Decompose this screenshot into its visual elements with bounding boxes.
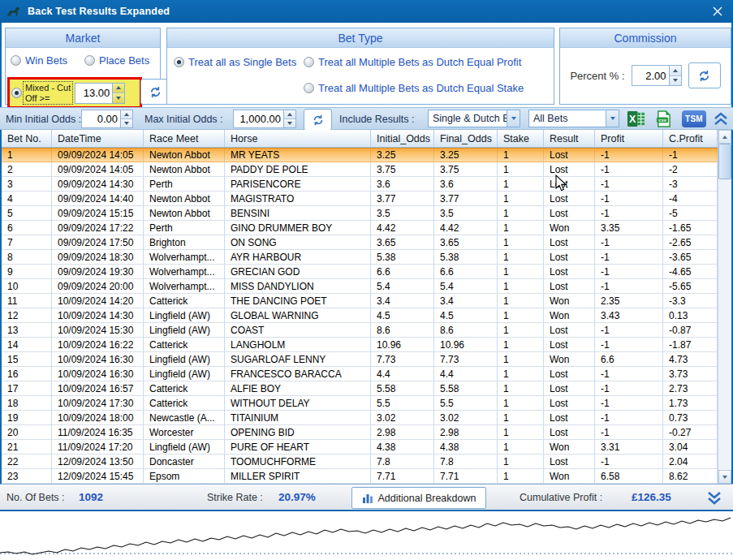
spin-up-button[interactable]: [113, 84, 124, 93]
csv-export-icon[interactable]: csv: [654, 110, 673, 128]
table-row[interactable]: 709/09/2024 17:50BrightonON SONG3.653.65…: [2, 235, 718, 250]
table-row[interactable]: 609/09/2024 17:22PerthGINO DRUMMER BOY4.…: [2, 221, 718, 235]
cell-final-odds: 10.96: [434, 338, 498, 352]
scrollbar-thumb[interactable]: [718, 144, 731, 179]
additional-breakdown-button[interactable]: Additional Breakdown: [351, 487, 486, 509]
column-header-bet-no-[interactable]: Bet No.: [2, 130, 52, 147]
table-row[interactable]: 2011/09/2024 16:35WorcesterOPENING BID2.…: [2, 425, 718, 440]
table-row[interactable]: 809/09/2024 18:30Wolverhampt...AYR HARBO…: [2, 250, 718, 265]
table-row[interactable]: 1009/09/2024 20:00Wolverhampt...MISS DAN…: [2, 279, 718, 294]
cell-c-profit: -5.65: [663, 279, 718, 294]
radio-dutch-equal-stake[interactable]: Treat all Multiple Bets as Dutch Equal S…: [304, 82, 524, 94]
cumulative-profit-label: Cumulative Profit :: [520, 492, 602, 503]
radio-place-bets[interactable]: Place Bets: [84, 54, 149, 67]
tsm-icon[interactable]: TSM: [682, 110, 706, 127]
column-header-datetime[interactable]: DateTime: [52, 130, 144, 147]
cell-result: Lost: [544, 206, 595, 221]
column-header-profit[interactable]: Profit: [595, 130, 663, 147]
min-odds-label: Min Initial Odds :: [6, 114, 81, 125]
market-refresh-button[interactable]: [140, 79, 170, 105]
table-row[interactable]: 409/09/2024 14:40Newton AbbotMAGISTRATO3…: [2, 192, 718, 206]
mixed-cutoff-highlight[interactable]: Mixed - Cut Off >= 13.00: [7, 77, 142, 109]
radio-dutch-equal-profit[interactable]: Treat all Multiple Bets as Dutch Equal P…: [304, 56, 521, 68]
commission-group-title: Commission: [560, 28, 731, 48]
spin-down-button[interactable]: [121, 118, 132, 127]
cell-initial-odds: 5.38: [371, 250, 434, 265]
cell-final-odds: 3.75: [434, 162, 498, 177]
cell-profit: -1: [595, 235, 663, 250]
expand-down-icon[interactable]: [705, 488, 724, 507]
column-header-horse[interactable]: Horse: [225, 130, 371, 147]
cell-bet-no-: 22: [2, 454, 52, 469]
radio-win-bets[interactable]: Win Bets: [11, 54, 67, 67]
filter-refresh-button[interactable]: [304, 109, 332, 131]
spin-down-button[interactable]: [670, 75, 681, 86]
table-row[interactable]: 1510/09/2024 16:30Lingfield (AW)SUGARLOA…: [2, 352, 718, 367]
table-row[interactable]: 1210/09/2024 14:30Lingfield (AW)GLOBAL W…: [2, 308, 718, 323]
cell-stake: 1: [498, 367, 544, 381]
cell-horse: AYR HARBOUR: [225, 250, 371, 265]
spin-up-button[interactable]: [284, 110, 295, 118]
table-row[interactable]: 909/09/2024 19:30Wolverhampt...GRECIAN G…: [2, 265, 718, 279]
radio-single-bets-label: Treat all as Single Bets: [188, 56, 296, 68]
cell-datetime: 10/09/2024 16:57: [52, 381, 144, 396]
table-row[interactable]: 209/09/2024 14:05Newton AbbotPADDY DE PO…: [2, 162, 718, 177]
max-odds-value[interactable]: 1,000.00: [234, 110, 283, 127]
min-odds-spinner[interactable]: 0.00: [81, 110, 133, 128]
table-row[interactable]: 509/09/2024 15:15Newton AbbotBENSINI3.53…: [2, 206, 718, 221]
column-header-c-profit[interactable]: C.Profit: [663, 130, 718, 147]
table-row[interactable]: 1310/09/2024 15:30Lingfield (AW)COAST8.6…: [2, 323, 718, 338]
radio-single-bets[interactable]: Treat all as Single Bets: [174, 56, 296, 68]
chevron-down-icon[interactable]: [507, 110, 520, 127]
spin-down-button[interactable]: [284, 118, 295, 127]
table-row[interactable]: 1110/09/2024 14:20CatterickTHE DANCING P…: [2, 294, 718, 308]
chevron-down-icon[interactable]: [606, 110, 619, 127]
collapse-up-icon[interactable]: [713, 110, 729, 127]
mixed-cutoff-spinner[interactable]: 13.00: [75, 83, 125, 104]
table-row[interactable]: 1810/09/2024 17:30CatterickWITHOUT DELAY…: [2, 396, 718, 411]
column-header-initial-odds[interactable]: Initial_Odds: [371, 130, 434, 147]
include-results-value: Single & Dutch Bets: [429, 113, 507, 124]
commission-refresh-button[interactable]: [688, 62, 721, 88]
table-row[interactable]: 2312/09/2024 15:45EpsomMILLER SPIRIT7.71…: [2, 469, 718, 484]
excel-export-icon[interactable]: X: [627, 110, 645, 128]
commission-value[interactable]: 2.00: [632, 66, 669, 85]
cell-final-odds: 5.4: [434, 279, 498, 294]
commission-spinner[interactable]: 2.00: [632, 65, 682, 86]
tsm-label: TSM: [685, 114, 703, 123]
table-row[interactable]: 2111/09/2024 17:20Lingfield (AW)PURE OF …: [2, 440, 718, 454]
table-row[interactable]: 2212/09/2024 13:50DoncasterTOOMUCHFORME7…: [2, 454, 718, 469]
table-row[interactable]: 109/09/2024 14:05Newton AbbotMR YEATS3.2…: [2, 148, 718, 162]
cell-final-odds: 3.77: [434, 192, 498, 206]
table-row[interactable]: 1610/09/2024 16:30Lingfield (AW)FRANCESC…: [2, 367, 718, 381]
cell-race-meet: Brighton: [144, 235, 225, 250]
scroll-down-button[interactable]: [718, 470, 731, 484]
cell-race-meet: Lingfield (AW): [144, 440, 225, 454]
table-row[interactable]: 1710/09/2024 16:57CatterickALFIE BOY5.58…: [2, 381, 718, 396]
table-row[interactable]: 1410/09/2024 16:22CatterickLANGHOLM10.96…: [2, 338, 718, 352]
column-header-stake[interactable]: Stake: [498, 130, 544, 147]
table-row[interactable]: 1910/09/2024 18:00Newcastle (A...TITAINI…: [2, 411, 718, 425]
bets-filter-dropdown[interactable]: All Bets: [528, 110, 619, 127]
column-header-race-meet[interactable]: Race Meet: [144, 130, 225, 147]
close-icon[interactable]: [710, 5, 725, 18]
spin-up-button[interactable]: [670, 66, 681, 75]
min-odds-value[interactable]: 0.00: [82, 110, 120, 127]
spin-up-button[interactable]: [121, 110, 132, 118]
cell-initial-odds: 3.6: [371, 177, 434, 192]
cell-datetime: 10/09/2024 14:30: [52, 308, 144, 323]
mixed-cutoff-value[interactable]: 13.00: [75, 84, 112, 103]
scroll-up-button[interactable]: [718, 130, 731, 144]
svg-text:X: X: [629, 114, 636, 125]
include-results-dropdown[interactable]: Single & Dutch Bets: [428, 110, 520, 127]
table-row[interactable]: 309/09/2024 14:30PerthPARISENCORE3.63.61…: [2, 177, 718, 192]
titlebar[interactable]: Back Test Results Expanded: [0, 0, 733, 23]
vertical-scrollbar[interactable]: [718, 130, 731, 484]
column-header-result[interactable]: Result: [544, 130, 595, 147]
max-odds-spinner[interactable]: 1,000.00: [233, 110, 296, 128]
column-header-final-odds[interactable]: Final_Odds: [434, 130, 498, 147]
cell-c-profit: 3.04: [663, 440, 718, 454]
spin-down-button[interactable]: [113, 93, 124, 103]
cell-stake: 1: [498, 338, 544, 352]
radio-mixed-cutoff[interactable]: [11, 88, 22, 98]
